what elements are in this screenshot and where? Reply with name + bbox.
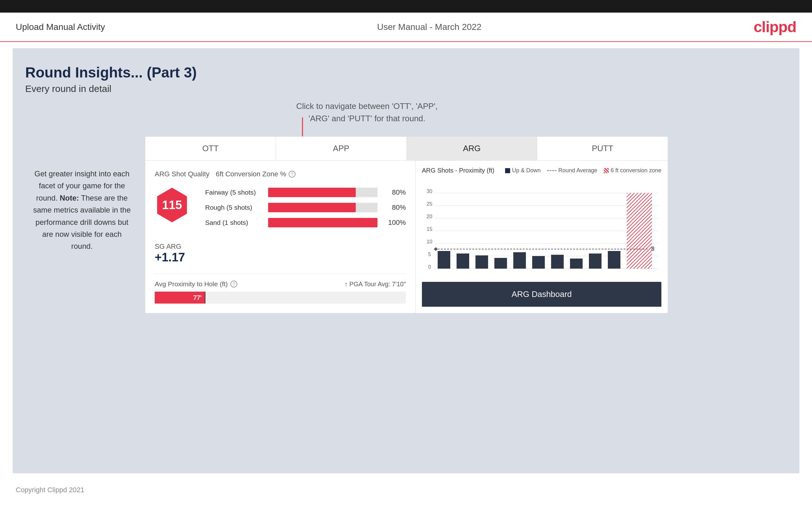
legend-round-avg: Round Average (547, 167, 597, 174)
bar-1 (438, 251, 450, 269)
upload-manual-label: Upload Manual Activity (16, 22, 105, 32)
proximity-section: Avg Proximity to Hole (ft) ? ↑ PGA Tour … (155, 274, 406, 303)
proximity-cursor (205, 292, 205, 303)
nav-hint-line1: Click to navigate between 'OTT', 'APP', (296, 100, 438, 112)
legend-hatched-icon (604, 168, 609, 173)
fairway-label: Fairway (5 shots) (205, 189, 268, 196)
proximity-help-icon[interactable]: ? (230, 281, 237, 287)
tab-ott[interactable]: OTT (145, 137, 276, 160)
bar-4 (494, 258, 507, 269)
svg-marker-19 (434, 247, 438, 251)
score-hexagon: 115 (155, 188, 189, 222)
proximity-value: 77' (193, 294, 202, 301)
pga-avg: ↑ PGA Tour Avg: 7'10" (344, 281, 406, 288)
main-card: OTT APP ARG PUTT ARG Shot Quality 6ft Co… (145, 136, 668, 313)
fairway-pct: 80% (384, 188, 406, 196)
sg-value: +1.17 (155, 251, 406, 264)
sand-label: Sand (1 shots) (205, 219, 268, 226)
left-panel: ARG Shot Quality 6ft Conversion Zone % ?… (145, 161, 416, 313)
right-panel: ARG Shots - Proximity (ft) Up & Down Rou… (416, 161, 668, 313)
rough-bar (268, 203, 356, 212)
right-panel-header: ARG Shots - Proximity (ft) Up & Down Rou… (422, 167, 661, 174)
right-panel-title: ARG Shots - Proximity (ft) (422, 167, 494, 174)
chart-legend: Up & Down Round Average 6 ft conversion … (505, 167, 661, 174)
bar-8 (570, 259, 582, 269)
fairway-bar (268, 188, 356, 197)
note-bold: Note: (60, 194, 79, 202)
hex-container: 115 (155, 188, 189, 222)
tab-app[interactable]: APP (276, 137, 407, 160)
shot-quality-label: ARG Shot Quality (155, 170, 209, 178)
proximity-bar-container: 77' (155, 292, 406, 303)
rough-label: Rough (5 shots) (205, 204, 268, 211)
hex-shots-row: 115 Fairway (5 shots) 80% (155, 188, 406, 233)
section-title: Round Insights... (Part 3) (25, 64, 787, 81)
svg-text:15: 15 (427, 226, 432, 232)
chart-container: 0 5 10 15 20 25 30 (422, 180, 661, 279)
legend-up-down: Up & Down (505, 167, 541, 174)
svg-text:30: 30 (427, 189, 432, 194)
sg-label: SG ARG (155, 242, 406, 251)
manual-date-label: User Manual - March 2022 (377, 22, 481, 32)
svg-text:10: 10 (427, 239, 432, 244)
bar-7 (551, 255, 564, 269)
bar-3 (475, 256, 488, 269)
tab-arg[interactable]: ARG (407, 137, 538, 160)
copyright-text: Copyright Clippd 2021 (16, 486, 85, 494)
shot-row-sand: Sand (1 shots) 100% (205, 218, 406, 227)
svg-text:25: 25 (427, 201, 432, 207)
conversion-label: 6ft Conversion Zone % ? (216, 170, 296, 178)
bar-hatched (627, 193, 652, 269)
sand-bar-container (268, 218, 377, 227)
rough-bar-container (268, 203, 377, 212)
sg-section: SG ARG +1.17 (155, 242, 406, 264)
main-content: Round Insights... (Part 3) Every round i… (13, 48, 799, 473)
bar-9 (589, 253, 602, 269)
chart-svg: 0 5 10 15 20 25 30 (422, 180, 661, 275)
card-content: ARG Shot Quality 6ft Conversion Zone % ?… (145, 161, 668, 313)
top-bar (0, 0, 812, 13)
arg-dashboard-button[interactable]: ARG Dashboard (422, 282, 661, 307)
clippd-logo: clippd (754, 18, 796, 36)
shot-row-fairway: Fairway (5 shots) 80% (205, 188, 406, 197)
bar-2 (457, 253, 469, 269)
section-subtitle: Every round in detail (25, 83, 787, 94)
svg-text:20: 20 (427, 214, 432, 219)
header: Upload Manual Activity User Manual - Mar… (0, 13, 812, 42)
tab-nav: OTT APP ARG PUTT (145, 137, 668, 161)
tab-putt[interactable]: PUTT (537, 137, 668, 160)
panel-header: ARG Shot Quality 6ft Conversion Zone % ? (155, 170, 406, 178)
legend-6ft: 6 ft conversion zone (604, 167, 661, 174)
sand-bar (268, 218, 377, 227)
sand-pct: 100% (384, 219, 406, 227)
left-description: Get greater insight into each facet of y… (32, 168, 132, 252)
bar-6 (532, 256, 545, 269)
fairway-bar-container (268, 188, 377, 197)
proximity-header: Avg Proximity to Hole (ft) ? ↑ PGA Tour … (155, 280, 406, 288)
rough-pct: 80% (384, 204, 406, 212)
legend-dashed-icon (547, 170, 556, 171)
proximity-label: Avg Proximity to Hole (ft) ? (155, 280, 237, 288)
svg-text:0: 0 (428, 264, 431, 270)
legend-square-icon (505, 168, 510, 173)
shot-row-rough: Rough (5 shots) 80% (205, 203, 406, 212)
footer: Copyright Clippd 2021 (0, 480, 812, 500)
bar-5 (513, 252, 526, 269)
shots-section: Fairway (5 shots) 80% Rough (5 shots) (205, 188, 406, 233)
bar-10 (608, 251, 620, 269)
proximity-bar: 77' (155, 292, 205, 303)
conversion-help-icon[interactable]: ? (289, 171, 296, 178)
svg-text:5: 5 (428, 251, 431, 257)
